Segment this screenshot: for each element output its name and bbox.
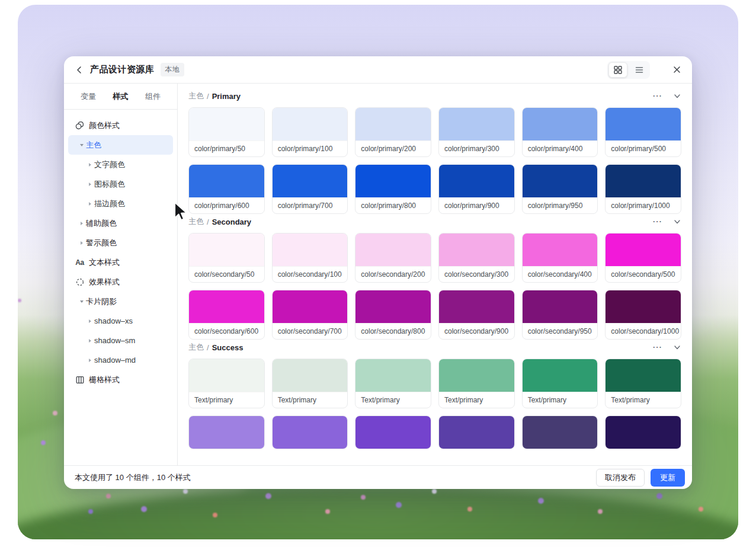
color-swatch [523,165,598,197]
style-name: color/secondary/600 [189,323,264,339]
color-swatch [273,359,348,392]
style-card[interactable]: color/primary/400 [522,107,598,157]
partial-swatch-grid [188,415,681,449]
style-card[interactable]: color/secondary/1000 [605,290,681,340]
update-button[interactable]: 更新 [651,469,685,487]
color-swatch [273,165,348,197]
style-card[interactable]: color/secondary/700 [272,290,348,340]
style-card[interactable]: color/primary/700 [272,164,348,214]
collapse-chevron-icon[interactable] [673,92,681,100]
style-name: color/primary/300 [439,140,514,156]
tab-variables[interactable]: 变量 [81,89,96,104]
style-card[interactable] [438,415,515,449]
style-card[interactable]: Text/primary [522,359,598,408]
style-card[interactable]: color/secondary/400 [522,233,598,283]
color-swatch [189,290,264,323]
color-swatch [355,234,431,266]
style-card[interactable]: color/secondary/50 [188,233,265,283]
more-icon[interactable]: ⋯ [652,344,662,350]
collapse-chevron-icon[interactable] [673,218,681,226]
more-icon[interactable]: ⋯ [652,93,662,99]
style-name: color/primary/800 [355,197,431,213]
sidebar-item-7[interactable]: Aa文本样式 [68,252,173,272]
caret-right-icon[interactable] [85,319,94,323]
style-card[interactable] [355,415,431,449]
sidebar-item-6[interactable]: 警示颜色 [68,233,173,252]
section-header: 主色 / Primary ⋯ [188,88,681,104]
caret-right-icon[interactable] [85,183,94,186]
sidebar-item-9[interactable]: 卡片阴影 [68,292,173,311]
style-card[interactable]: color/secondary/100 [272,233,348,283]
sidebar-item-12[interactable]: shadow–md [68,350,173,370]
style-card[interactable]: color/secondary/900 [438,290,515,340]
style-card[interactable]: color/primary/100 [272,107,348,157]
caret-right-icon[interactable] [77,241,86,245]
style-card[interactable]: Text/primary [605,359,681,408]
color-swatch [355,165,431,197]
caret-right-icon[interactable] [77,222,86,225]
more-icon[interactable]: ⋯ [652,219,662,225]
sidebar-item-10[interactable]: shadow–xs [68,311,173,331]
close-icon[interactable] [672,65,681,74]
color-swatch [606,108,681,140]
collapse-chevron-icon[interactable] [673,343,681,351]
sidebar-item-1[interactable]: 主色 [68,135,173,155]
style-card[interactable]: Text/primary [272,359,348,408]
style-card[interactable]: color/primary/50 [188,107,265,157]
list-view-icon[interactable] [630,62,649,78]
style-card[interactable] [188,415,265,449]
caret-down-icon[interactable] [77,300,86,303]
style-card[interactable]: color/primary/950 [522,164,598,214]
style-card[interactable]: color/secondary/800 [355,290,431,340]
tab-components[interactable]: 组件 [145,89,161,104]
sidebar-item-3[interactable]: 图标颜色 [68,174,173,194]
color-swatch [606,234,681,266]
color-swatch [355,359,431,392]
style-name: color/primary/600 [189,197,264,213]
sidebar-item-4[interactable]: 描边颜色 [68,194,173,213]
style-card[interactable]: color/secondary/300 [438,233,515,283]
sidebar-item-0[interactable]: 颜色样式 [68,116,173,135]
style-card[interactable]: color/secondary/950 [522,290,598,340]
style-card[interactable]: Text/primary [438,359,515,408]
style-card[interactable] [272,415,348,449]
style-card[interactable]: color/primary/300 [438,107,515,157]
style-card[interactable]: color/primary/1000 [605,164,681,214]
sidebar-item-5[interactable]: 辅助颜色 [68,213,173,233]
style-card[interactable]: Text/primary [188,359,265,408]
style-card[interactable]: color/secondary/500 [605,233,681,283]
style-card[interactable]: color/primary/800 [355,164,431,214]
style-name: Text/primary [189,392,264,408]
back-icon[interactable] [75,65,84,75]
style-name: Text/primary [439,392,514,408]
caret-down-icon[interactable] [77,144,86,146]
style-card[interactable]: color/secondary/200 [355,233,431,283]
color-swatch [439,416,514,449]
style-card[interactable] [522,415,598,449]
color-swatch [273,416,348,449]
style-card[interactable]: color/primary/200 [355,107,431,157]
color-swatch [355,108,431,140]
sidebar-item-11[interactable]: shadow–sm [68,331,173,350]
grid-view-icon[interactable] [608,62,627,78]
dialog-header: 产品设计资源库 本地 [64,56,692,84]
sidebar-item-8[interactable]: 效果样式 [68,272,173,292]
caret-right-icon[interactable] [85,339,94,343]
cancel-publish-button[interactable]: 取消发布 [596,469,645,487]
style-card[interactable]: color/secondary/600 [188,290,265,340]
style-card[interactable]: color/primary/900 [438,164,515,214]
color-swatch [189,234,264,266]
style-card[interactable]: color/primary/500 [605,107,681,157]
sidebar-item-13[interactable]: 栅格样式 [68,370,173,389]
style-card[interactable] [605,415,681,449]
tab-styles[interactable]: 样式 [113,89,129,104]
caret-right-icon[interactable] [85,359,94,362]
style-name: Text/primary [355,392,431,408]
style-card[interactable]: color/primary/600 [188,164,265,214]
style-card[interactable]: Text/primary [355,359,431,408]
style-name: color/primary/200 [355,140,431,156]
sidebar-item-2[interactable]: 文字颜色 [68,155,173,174]
caret-right-icon[interactable] [85,202,94,206]
color-swatch [273,234,348,266]
caret-right-icon[interactable] [85,163,94,167]
